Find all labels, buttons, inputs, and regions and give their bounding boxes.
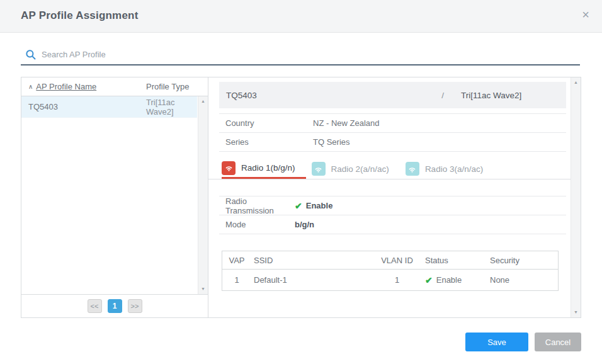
tab-radio-3-label: Radio 3(a/n/ac) [425,164,483,174]
column-header-profile-type: Profile Type [146,82,208,91]
dialog-header: AP Profile Assignment × [0,0,602,33]
search-icon [25,49,37,60]
detail-profile-type: Tri[11ac Wave2] [461,91,566,100]
pagination-page-1-button[interactable]: 1 [108,299,122,313]
content-area: ∧ AP Profile Name Profile Type TQ5403 Tr… [21,77,581,318]
tab-radio-3[interactable]: Radio 3(a/n/ac) [406,159,494,179]
radio-tabs: Radio 1(b/g/n) Radio 2(a/n/ac) [208,159,571,179]
profile-list-panel: ∧ AP Profile Name Profile Type TQ5403 Tr… [21,77,208,317]
vap-cell: 1 [222,275,251,285]
profile-list-scrollbar[interactable]: ▲ ▼ [198,96,208,294]
dialog-title: AP Profile Assignment [21,9,139,22]
save-button[interactable]: Save [465,333,528,351]
ap-profile-assignment-dialog: AP Profile Assignment × ∧ AP Profile Nam… [0,0,602,364]
scroll-up-icon[interactable]: ▲ [201,99,205,104]
status-cell: ✔ Enable [417,275,484,285]
search-bar [21,48,580,65]
tab-radio-2[interactable]: Radio 2(a/n/ac) [312,159,400,179]
search-input[interactable] [42,50,580,63]
tab-radio-1-label: Radio 1(b/g/n) [241,163,295,173]
radio-transmission-value: Enable [306,201,333,210]
status-header: Status [417,256,484,265]
ap-profile-name-label[interactable]: AP Profile Name [36,82,96,91]
security-cell: None [484,275,558,285]
ssid-cell: Default-1 [251,275,377,285]
detail-fields: Country NZ - New Zealand Series TQ Serie… [219,113,566,152]
country-label: Country [219,118,313,128]
detail-profile-name: TQ5403 [219,91,441,100]
wifi-icon [222,161,236,175]
tab-radio-1[interactable]: Radio 1(b/g/n) [222,159,306,179]
vlan-id-cell: 1 [377,275,417,285]
tab-radio-2-label: Radio 2(a/n/ac) [331,164,389,174]
profile-row-tq5403[interactable]: TQ5403 Tri[11ac Wave2] [21,96,197,118]
radio-settings: Radio Transmission ✔ Enable Mode b/g/n [219,196,566,234]
profile-list: TQ5403 Tri[11ac Wave2] ▲ ▼ [21,96,208,294]
wifi-icon [406,162,419,176]
pagination-prev-button[interactable]: << [88,299,102,313]
series-label: Series [219,137,313,147]
vap-header: VAP [222,256,251,265]
column-header-ap-profile-name[interactable]: ∧ AP Profile Name [21,82,146,91]
cancel-button[interactable]: Cancel [535,333,581,351]
vap-table-row[interactable]: 1 Default-1 1 ✔ Enable None [222,270,558,290]
close-icon[interactable]: × [582,8,589,21]
profile-name-cell: TQ5403 [21,102,146,111]
mode-row: Mode b/g/n [219,215,566,234]
check-icon: ✔ [425,275,433,285]
mode-value: b/g/n [295,220,314,229]
sort-ascending-icon[interactable]: ∧ [28,83,33,90]
ssid-header: SSID [251,256,377,265]
radio-transmission-row: Radio Transmission ✔ Enable [219,196,566,215]
vap-table: VAP SSID VLAN ID Status Security 1 Defau… [222,251,559,291]
vap-table-header: VAP SSID VLAN ID Status Security [222,251,558,270]
series-value: TQ Series [313,137,350,147]
profile-detail-panel: TQ5403 / Tri[11ac Wave2] Country NZ - Ne… [208,77,581,317]
country-value: NZ - New Zealand [313,118,379,128]
country-row: Country NZ - New Zealand [219,114,566,133]
scroll-down-icon[interactable]: ▼ [201,287,205,292]
wifi-icon [312,162,326,176]
detail-header: TQ5403 / Tri[11ac Wave2] [219,82,566,108]
status-value: Enable [436,275,462,285]
profile-list-header: ∧ AP Profile Name Profile Type [21,77,208,96]
pagination-next-button[interactable]: >> [128,299,142,313]
scroll-up-icon[interactable]: ▲ [574,80,578,85]
detail-separator: / [441,91,444,100]
pagination: << 1 >> [21,294,208,317]
check-icon: ✔ [295,201,302,211]
profile-type-cell: Tri[11ac Wave2] [146,98,197,117]
mode-label: Mode [219,220,295,229]
series-row: Series TQ Series [219,133,566,152]
security-header: Security [484,256,558,265]
detail-panel-scrollbar[interactable]: ▲ ▼ [571,77,581,317]
vlan-id-header: VLAN ID [377,256,417,265]
radio-transmission-label: Radio Transmission [219,196,295,215]
scroll-down-icon[interactable]: ▼ [574,310,578,315]
